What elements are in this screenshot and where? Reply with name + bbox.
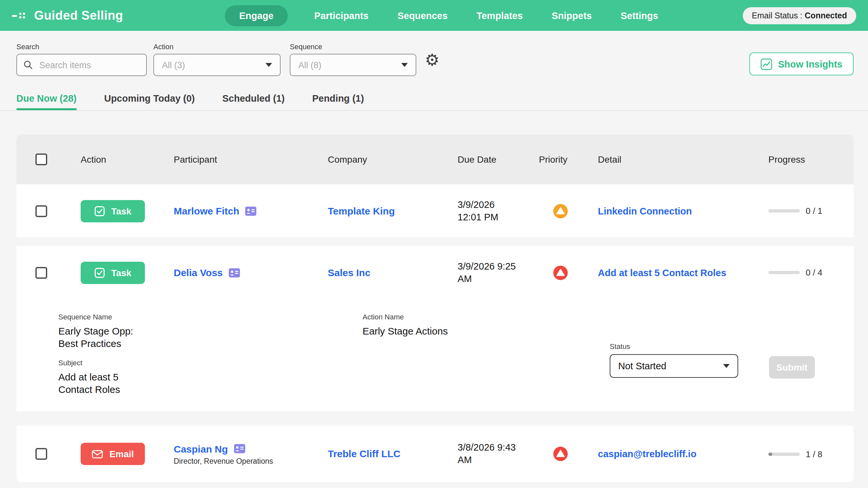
detail-link[interactable]: Linkedin Connection bbox=[598, 206, 692, 216]
progress-text: 0 / 4 bbox=[806, 268, 823, 277]
progress-bar bbox=[768, 271, 800, 274]
sequence-name-value: Early Stage Opp: Best Practices bbox=[58, 325, 144, 349]
priority-high-icon bbox=[553, 447, 568, 461]
nav-engage[interactable]: Engage bbox=[225, 5, 288, 26]
email-status-label: Email Status : bbox=[752, 11, 802, 20]
submit-button[interactable]: Submit bbox=[769, 356, 815, 378]
action-filter-group: Action All (3) bbox=[153, 43, 281, 76]
brand: Guided Selling bbox=[12, 8, 143, 23]
progress-text: 0 / 1 bbox=[806, 206, 823, 216]
settings-gear-icon[interactable]: ⚙ bbox=[425, 52, 440, 68]
company-link[interactable]: Treble Cliff LLC bbox=[328, 448, 401, 459]
chart-icon bbox=[760, 58, 772, 70]
nav-snippets[interactable]: Snippets bbox=[549, 5, 594, 26]
app-title: Guided Selling bbox=[34, 8, 123, 23]
status-value: Not Started bbox=[618, 361, 666, 371]
col-detail: Detail bbox=[590, 154, 754, 165]
select-all-checkbox[interactable] bbox=[35, 153, 47, 165]
subject-value: Add at least 5 Contact Roles bbox=[58, 371, 132, 396]
contact-card-icon[interactable] bbox=[229, 268, 240, 277]
filter-bar: Search Action All (3) Sequence All (8) bbox=[0, 31, 868, 93]
envelope-icon bbox=[92, 450, 103, 458]
col-company: Company bbox=[313, 154, 443, 165]
status-label: Status bbox=[610, 342, 738, 350]
sequence-filter-group: Sequence All (8) bbox=[290, 43, 416, 76]
contact-card-icon[interactable] bbox=[234, 444, 245, 453]
detail-link[interactable]: Add at least 5 Contact Roles bbox=[598, 267, 726, 278]
priority-medium-icon bbox=[553, 204, 568, 218]
company-link[interactable]: Sales Inc bbox=[328, 267, 370, 278]
chevron-down-icon bbox=[723, 364, 730, 368]
tab-pending[interactable]: Pending (1) bbox=[312, 93, 364, 110]
row-gap bbox=[17, 238, 854, 246]
participant-link[interactable]: Delia Voss bbox=[174, 267, 223, 278]
action-name-label: Action Name bbox=[363, 313, 448, 321]
col-action: Action bbox=[66, 154, 159, 165]
sequence-filter-label: Sequence bbox=[290, 43, 416, 51]
tasks-table: Action Participant Company Due Date Prio… bbox=[17, 134, 854, 482]
row-checkbox[interactable] bbox=[35, 448, 47, 460]
email-link[interactable]: caspian@treblecliff.io bbox=[598, 449, 696, 459]
priority-high-icon bbox=[553, 265, 568, 280]
sequence-filter-value: All (8) bbox=[298, 60, 321, 70]
participant-title: Director, Revenue Operations bbox=[174, 457, 313, 465]
subject-label: Subject bbox=[58, 359, 144, 367]
col-priority: Priority bbox=[531, 154, 590, 165]
row-gap bbox=[17, 411, 854, 426]
task-check-icon bbox=[94, 206, 104, 216]
progress-bar bbox=[768, 452, 800, 456]
table-row[interactable]: Email Caspian Ng Director, bbox=[17, 426, 854, 482]
table-row[interactable]: Task Marlowe Fitch bbox=[17, 184, 854, 238]
task-check-icon bbox=[94, 267, 104, 278]
col-progress: Progress bbox=[754, 154, 854, 165]
progress-cell: 0 / 1 bbox=[754, 206, 854, 216]
contact-card-icon[interactable] bbox=[245, 206, 256, 215]
email-status-value: Connected bbox=[805, 11, 847, 20]
chevron-down-icon bbox=[401, 63, 408, 67]
search-input[interactable] bbox=[38, 59, 140, 70]
search-box bbox=[17, 54, 147, 76]
email-status-badge: Email Status : Connected bbox=[743, 7, 856, 24]
tab-due-now[interactable]: Due Now (28) bbox=[17, 93, 77, 110]
nav-participants[interactable]: Participants bbox=[312, 5, 371, 26]
row-checkbox[interactable] bbox=[35, 205, 47, 217]
action-filter-select[interactable]: All (3) bbox=[153, 54, 281, 76]
task-button[interactable]: Task bbox=[81, 200, 145, 222]
action-name-value: Early Stage Actions bbox=[363, 325, 448, 337]
progress-cell: 0 / 4 bbox=[754, 268, 854, 277]
row-checkbox[interactable] bbox=[35, 267, 47, 278]
brand-icon bbox=[12, 10, 29, 21]
due-date: 3/9/2026 12:01 PM bbox=[458, 199, 531, 223]
app-header: Guided Selling Engage Participants Seque… bbox=[0, 0, 868, 31]
col-due-date: Due Date bbox=[443, 154, 531, 165]
task-button-label: Task bbox=[111, 267, 131, 278]
chevron-down-icon bbox=[266, 63, 272, 67]
search-group: Search bbox=[17, 43, 147, 76]
due-date: 3/8/2026 9:43 AM bbox=[458, 441, 531, 466]
due-date: 3/9/2026 9:25 AM bbox=[458, 260, 531, 285]
participant-link[interactable]: Caspian Ng bbox=[174, 443, 228, 454]
search-label: Search bbox=[17, 43, 147, 51]
show-insights-button[interactable]: Show Insights bbox=[749, 53, 854, 75]
nav-templates[interactable]: Templates bbox=[474, 5, 525, 26]
nav-sequences[interactable]: Sequences bbox=[395, 5, 451, 26]
action-filter-label: Action bbox=[153, 43, 281, 51]
col-participant: Participant bbox=[159, 154, 313, 165]
participant-link[interactable]: Marlowe Fitch bbox=[174, 205, 239, 216]
status-select[interactable]: Not Started bbox=[610, 354, 738, 378]
email-button[interactable]: Email bbox=[81, 443, 145, 465]
queue-tabs: Due Now (28) Upcoming Today (0) Schedule… bbox=[0, 93, 868, 110]
nav-settings[interactable]: Settings bbox=[618, 5, 660, 26]
sequence-filter-select[interactable]: All (8) bbox=[290, 54, 416, 76]
company-link[interactable]: Template King bbox=[328, 205, 395, 216]
tabs-divider bbox=[0, 110, 868, 111]
tab-scheduled[interactable]: Scheduled (1) bbox=[222, 93, 284, 110]
progress-text: 1 / 8 bbox=[806, 449, 823, 459]
tab-upcoming-today[interactable]: Upcoming Today (0) bbox=[104, 93, 195, 110]
search-icon bbox=[24, 60, 33, 70]
table-row-expanded[interactable]: Task Delia Voss Sal bbox=[17, 246, 854, 411]
main-nav: Engage Participants Sequences Templates … bbox=[143, 5, 743, 26]
progress-cell: 1 / 8 bbox=[754, 449, 854, 459]
task-button[interactable]: Task bbox=[81, 262, 145, 284]
expanded-task-panel: Sequence Name Early Stage Opp: Best Prac… bbox=[17, 299, 854, 411]
